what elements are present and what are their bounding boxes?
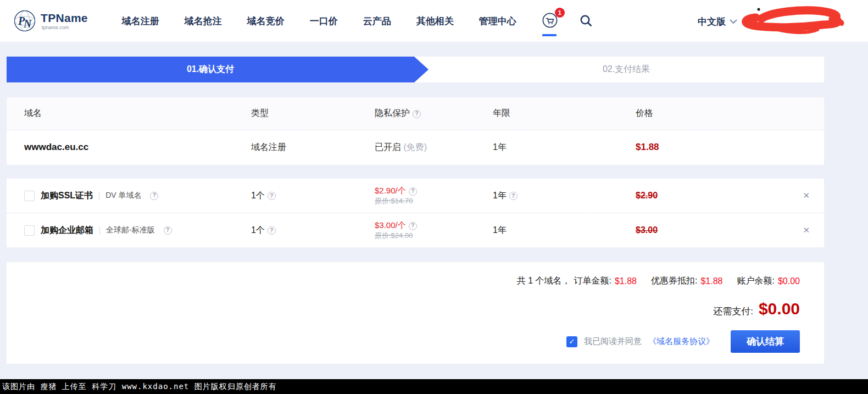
step-payment-result: 02.支付结果 — [429, 57, 824, 82]
confirm-checkout-button[interactable]: 确认结算 — [731, 330, 800, 353]
help-icon[interactable]: ? — [409, 187, 417, 196]
amount-due-line: 还需支付: $0.00 — [713, 299, 800, 318]
addon-row-email: 加购企业邮箱 全球邮-标准版 ? 1个? $3.00/个? 原价:$24.00 … — [7, 213, 824, 247]
privacy-free-note: (免费) — [403, 142, 427, 152]
domain-name: wwwdac.eu.cc — [24, 142, 251, 153]
step-confirm-payment: 01.确认支付 — [7, 57, 429, 82]
email-checkbox[interactable] — [24, 225, 35, 236]
checkout-progress: 01.确认支付 02.支付结果 — [7, 57, 824, 82]
search-icon — [579, 14, 593, 28]
nav-item-management-center[interactable]: 管理中心 — [479, 15, 516, 27]
col-header-domain: 域名 — [24, 108, 251, 119]
search-button[interactable] — [579, 14, 593, 28]
ssl-title: 加购SSL证书 — [41, 190, 93, 202]
privacy-status: 已开启 (免费) — [375, 142, 493, 153]
agreement-link[interactable]: 《域名服务协议》 — [648, 336, 714, 347]
col-header-price: 价格 — [636, 108, 824, 119]
email-years: 1年 — [493, 225, 636, 236]
agreement-text: 我已阅读并同意 — [584, 336, 642, 347]
nav-item-domain-register[interactable]: 域名注册 — [122, 15, 159, 27]
main-nav: 域名注册 域名抢注 域名竞价 一口价 云产品 其他相关 管理中心 — [122, 15, 516, 27]
balance-label: 账户余额: — [737, 275, 775, 287]
brand-logo[interactable]: P N TPName tpname.com — [13, 9, 88, 32]
email-price-stack: $3.00/个? 原价:$24.00 — [375, 220, 493, 241]
agreement-line: ✓ 我已阅读并同意 《域名服务协议》 确认结算 — [566, 330, 800, 353]
step-confirm-payment-label: 01.确认支付 — [187, 64, 234, 75]
order-amount-label: 订单金额: — [574, 275, 611, 287]
watermark-text: 该图片由 瘦猪 上传至 科学刀 www.kxdao.net 图片版权归原创者所有 — [2, 382, 277, 392]
email-close-icon[interactable]: ✕ — [803, 225, 810, 235]
nav-item-others[interactable]: 其他相关 — [416, 15, 454, 27]
help-icon[interactable]: ? — [509, 192, 518, 200]
language-selector[interactable]: 中文版 — [698, 15, 737, 28]
help-icon[interactable]: ? — [164, 226, 172, 235]
divider — [99, 192, 99, 200]
order-table-row: wwwdac.eu.cc 域名注册 已开启 (免费) 1年 $1.88 — [7, 130, 824, 164]
nav-item-cloud-products[interactable]: 云产品 — [363, 15, 391, 27]
ssl-qty: 1个? — [251, 190, 375, 202]
check-icon: ✓ — [569, 337, 575, 346]
order-amount-value: $1.88 — [615, 276, 637, 286]
addon-row-ssl: 加购SSL证书 DV 单域名 ? 1个? $2.90/个? 原价:$14.70 … — [7, 179, 824, 213]
ssl-checkbox[interactable] — [24, 191, 35, 201]
brand-name: TPName — [41, 12, 88, 24]
email-original-price: 原价:$24.00 — [375, 231, 493, 241]
balance-value: $0.00 — [778, 276, 800, 286]
step-payment-result-label: 02.支付结果 — [603, 64, 650, 75]
nav-item-fixed-price[interactable]: 一口价 — [310, 15, 338, 27]
email-total-price: $3.00 — [636, 225, 824, 235]
ssl-total-price: $2.90 — [636, 191, 824, 201]
addons-card: 加购SSL证书 DV 单域名 ? 1个? $2.90/个? 原价:$14.70 … — [7, 179, 824, 247]
amount-due-label: 还需支付: — [713, 305, 753, 318]
order-table-card: 域名 类型 隐私保护? 年限 价格 wwwdac.eu.cc 域名注册 已开启 … — [7, 97, 824, 165]
summary-line: 共 1 个域名， 订单金额: $1.88 优惠券抵扣: $1.88 账户余额: … — [517, 275, 800, 287]
email-subtitle: 全球邮-标准版 — [106, 225, 155, 235]
top-navbar: P N TPName tpname.com 域名注册 域名抢注 域名竞价 一口价… — [0, 0, 868, 42]
domain-count: 共 1 个域名， — [517, 275, 571, 287]
ssl-subtitle: DV 单域名 — [105, 191, 141, 201]
coupon-label: 优惠券抵扣: — [651, 275, 697, 287]
col-header-type: 类型 — [251, 108, 375, 119]
col-header-privacy: 隐私保护? — [375, 108, 493, 119]
help-icon[interactable]: ? — [268, 192, 276, 200]
watermark-bar: 该图片由 瘦猪 上传至 科学刀 www.kxdao.net 图片版权归原创者所有 — [0, 379, 868, 394]
domain-price: $1.88 — [636, 142, 824, 153]
help-icon[interactable]: ? — [413, 110, 421, 118]
cart-count-badge: 1 — [555, 8, 565, 18]
help-icon[interactable]: ? — [150, 192, 158, 200]
coupon-value: $1.88 — [700, 276, 722, 286]
redaction-scribble — [741, 4, 845, 36]
col-header-years: 年限 — [493, 108, 636, 119]
email-title: 加购企业邮箱 — [41, 225, 93, 236]
ssl-years: 1年? — [493, 190, 636, 202]
amount-due-value: $0.00 — [759, 299, 800, 318]
active-tab-underline — [542, 34, 557, 36]
domain-type: 域名注册 — [251, 142, 375, 153]
order-summary-card: 共 1 个域名， 订单金额: $1.88 优惠券抵扣: $1.88 账户余额: … — [7, 262, 824, 364]
domain-years: 1年 — [493, 142, 636, 153]
chevron-down-icon — [730, 19, 737, 24]
ssl-price-stack: $2.90/个? 原价:$14.70 — [375, 185, 493, 206]
svg-text:N: N — [23, 18, 32, 30]
agreement-checkbox[interactable]: ✓ — [566, 336, 577, 347]
email-qty: 1个? — [251, 225, 375, 236]
nav-item-domain-auction[interactable]: 域名竞价 — [247, 15, 285, 27]
ssl-close-icon[interactable]: ✕ — [803, 191, 810, 201]
divider — [99, 226, 100, 235]
cart-button[interactable]: 1 — [542, 12, 558, 30]
order-table-header: 域名 类型 隐私保护? 年限 价格 — [7, 97, 824, 130]
nav-icon-group: 1 — [542, 12, 593, 30]
globe-logo-icon: P N — [13, 9, 36, 32]
brand-domain: tpname.com — [42, 25, 88, 30]
nav-item-domain-backorder[interactable]: 域名抢注 — [185, 15, 222, 27]
ssl-original-price: 原价:$14.70 — [375, 196, 493, 206]
help-icon[interactable]: ? — [268, 226, 276, 235]
help-icon[interactable]: ? — [409, 222, 417, 230]
language-label: 中文版 — [698, 15, 726, 28]
checkout-page: P N TPName tpname.com 域名注册 域名抢注 域名竞价 一口价… — [0, 0, 868, 394]
